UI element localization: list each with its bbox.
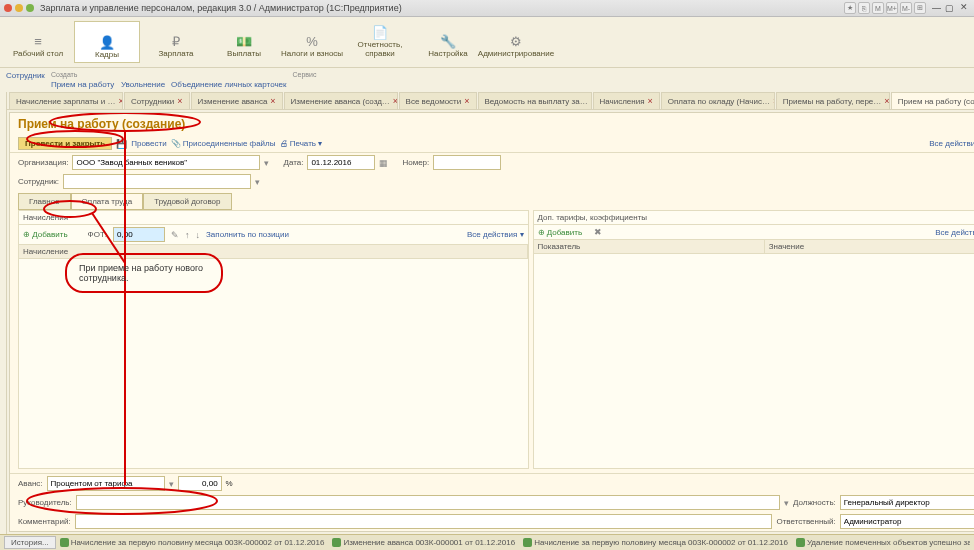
avans-type-select[interactable] — [47, 476, 165, 491]
position-label: Должность: — [793, 498, 836, 507]
save-icon[interactable]: 💾 — [116, 139, 127, 149]
close-icon[interactable]: × — [464, 96, 469, 106]
submenu-link[interactable]: Прием на работу — [51, 80, 114, 89]
history-button[interactable]: История... — [4, 536, 56, 549]
number-input[interactable] — [433, 155, 501, 170]
dropdown-icon[interactable]: ▾ — [169, 479, 174, 489]
subtab-1[interactable]: Оплата труда — [71, 193, 144, 210]
close-icon[interactable]: × — [648, 96, 653, 106]
min-dot[interactable] — [15, 4, 23, 12]
nav-отчетность--справки[interactable]: 📄Отчетность, справки — [348, 21, 412, 61]
close-icon[interactable]: × — [177, 96, 182, 106]
doc-tabs: Начисление зарплаты и …×Сотрудники×Измен… — [7, 92, 974, 110]
post-button[interactable]: Провести — [131, 139, 166, 148]
window-max-icon[interactable]: ▢ — [945, 3, 954, 13]
add-button[interactable]: ⊕ Добавить — [23, 230, 68, 239]
app-title: Зарплата и управление персоналом, редакц… — [40, 3, 402, 13]
employee-input[interactable] — [63, 174, 251, 189]
post-and-close-button[interactable]: Провести и закрыть — [18, 137, 112, 150]
doc-tab[interactable]: Приемы на работу, пере…× — [776, 92, 890, 109]
nav-кадры[interactable]: 👤Кадры — [74, 21, 140, 63]
submenu-link[interactable]: Увольнение — [121, 80, 165, 89]
nav-настройка[interactable]: 🔧Настройка — [416, 21, 480, 61]
mini-btn[interactable]: ⊞ — [914, 2, 926, 14]
doc-tab[interactable]: Сотрудники× — [124, 92, 190, 109]
doc-tab[interactable]: Изменение аванса (созд…× — [284, 92, 398, 109]
status-item[interactable]: Изменение аванса 003К-000001 от 01.12.20… — [332, 538, 515, 547]
status-item[interactable]: Удаление помеченных объектов успешно зав… — [796, 538, 970, 547]
panel-title: Начисления — [23, 213, 68, 222]
mini-btn[interactable]: M- — [900, 2, 912, 14]
panel-title: Доп. тарифы, коэффициенты — [538, 213, 648, 222]
doc-tab[interactable]: Все ведомости× — [399, 92, 477, 109]
close-icon[interactable]: × — [884, 96, 889, 106]
close-icon[interactable]: × — [270, 96, 275, 106]
close-icon[interactable]: × — [393, 96, 398, 106]
status-item[interactable]: Начисление за первую половину месяца 003… — [523, 538, 788, 547]
window-close-icon[interactable]: ✕ — [958, 2, 970, 14]
up-icon[interactable]: ↑ — [185, 230, 190, 240]
status-item[interactable]: Начисление за первую половину месяца 003… — [60, 538, 325, 547]
subtab-0[interactable]: Главное — [18, 193, 71, 210]
date-input[interactable] — [307, 155, 375, 170]
calendar-icon[interactable]: ▦ — [379, 158, 388, 168]
dropdown-icon[interactable]: ▾ — [784, 498, 789, 508]
close-icon[interactable]: × — [591, 96, 592, 106]
main-toolbar: ≡Рабочий стол👤Кадры₽Зарплата💵Выплаты%Нал… — [0, 17, 974, 68]
attachments-link[interactable]: 📎 Присоединенные файлы — [171, 139, 276, 148]
down-icon[interactable]: ↓ — [196, 230, 201, 240]
doc-tab[interactable]: Ведомость на выплату за…× — [478, 92, 592, 109]
close-icon[interactable]: × — [773, 96, 775, 106]
subtab-2[interactable]: Трудовой договор — [143, 193, 231, 210]
avans-value-input[interactable] — [178, 476, 222, 491]
edit-icon[interactable]: ✎ — [171, 230, 179, 240]
submenu-link[interactable]: Сотрудник — [6, 71, 45, 80]
nav-рабочий-стол[interactable]: ≡Рабочий стол — [6, 21, 70, 61]
close-dot[interactable] — [4, 4, 12, 12]
col-header: Начисление — [19, 245, 528, 258]
submenu: Сотрудник Создать Прием на работу Увольн… — [0, 68, 974, 92]
mini-btn[interactable]: ⎘ — [858, 2, 870, 14]
fot-label: ФОТ: — [88, 230, 107, 239]
form: Прием на работу (создание) Провести и за… — [9, 112, 974, 532]
employee-label: Сотрудник: — [18, 177, 59, 186]
nav-налоги-и-взносы[interactable]: %Налоги и взносы — [280, 21, 344, 61]
delete-icon[interactable]: ✖ — [594, 227, 602, 237]
nav-выплаты[interactable]: 💵Выплаты — [212, 21, 276, 61]
grid-body[interactable] — [19, 259, 528, 468]
manager-input[interactable] — [76, 495, 780, 510]
titlebar: Зарплата и управление персоналом, редакц… — [0, 0, 974, 17]
mini-btn[interactable]: M — [872, 2, 884, 14]
avans-label: Аванс: — [18, 479, 43, 488]
org-label: Организация: — [18, 158, 68, 167]
doc-tab[interactable]: Оплата по окладу (Начис…× — [661, 92, 775, 109]
comment-input[interactable] — [75, 514, 773, 529]
position-input[interactable] — [840, 495, 974, 510]
dropdown-icon[interactable]: ▾ — [264, 158, 269, 168]
print-link[interactable]: 🖨 Печать ▾ — [280, 139, 323, 148]
mini-btn[interactable]: M+ — [886, 2, 898, 14]
grid-body[interactable] — [534, 254, 974, 468]
window-min-icon[interactable]: — — [932, 3, 941, 13]
org-input[interactable] — [72, 155, 260, 170]
all-actions-button[interactable]: Все действия ▾ — [929, 139, 974, 149]
doc-tab[interactable]: Начисление зарплаты и …× — [9, 92, 123, 109]
fot-input[interactable] — [113, 227, 165, 242]
doc-tab[interactable]: Прием на работу (создан…× — [891, 92, 974, 109]
add-button[interactable]: ⊕ Добавить — [538, 228, 583, 237]
sidebar: Работа с кадрамиКадровые отчетыСотрудник… — [0, 92, 7, 534]
doc-tab[interactable]: Начисления× — [593, 92, 660, 109]
mini-btn[interactable]: ★ — [844, 2, 856, 14]
all-actions-button[interactable]: Все действия ▾ — [467, 230, 524, 239]
nav-зарплата[interactable]: ₽Зарплата — [144, 21, 208, 61]
close-icon[interactable]: × — [119, 96, 123, 106]
submenu-link[interactable]: Объединение личных карточек — [171, 80, 286, 89]
all-actions-button[interactable]: Все действия ▾ — [935, 228, 974, 237]
responsible-input[interactable] — [840, 514, 974, 529]
fill-by-position-button[interactable]: Заполнить по позиции — [206, 230, 289, 239]
dropdown-icon[interactable]: ▾ — [255, 177, 260, 187]
doc-tab[interactable]: Изменение аванса× — [191, 92, 283, 109]
max-dot[interactable] — [26, 4, 34, 12]
nav-администрирование[interactable]: ⚙Администрирование — [484, 21, 548, 61]
form-toolbar: Провести и закрыть 💾 Провести 📎 Присоеди… — [10, 135, 974, 153]
